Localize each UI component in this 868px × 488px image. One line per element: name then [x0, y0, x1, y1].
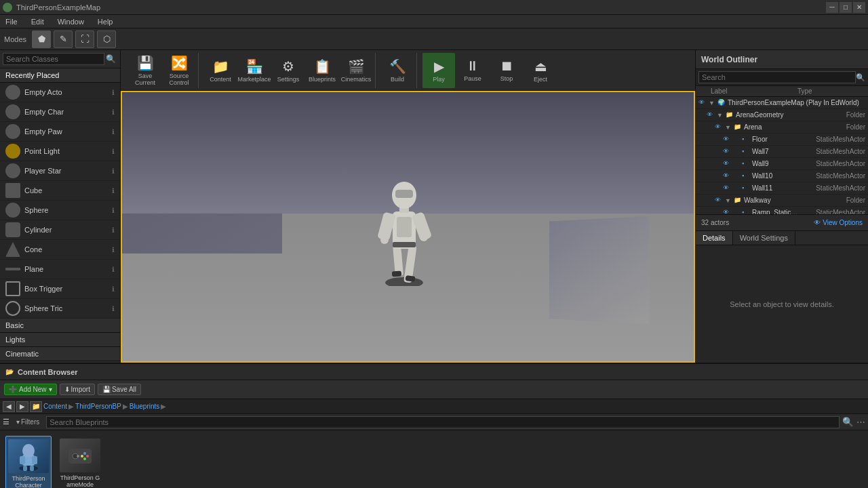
close-button[interactable]: ✕: [853, 2, 865, 13]
section-cinematic[interactable]: Cinematic: [0, 347, 120, 361]
cb-item-thirdperson-gamemode[interactable]: ThirdPerson GameMode: [57, 436, 103, 488]
mode-landscape[interactable]: ⛶: [75, 30, 94, 48]
wo-tree-item[interactable]: 👁 ▪ Wall9 StaticMeshActor: [696, 158, 868, 170]
menu-file[interactable]: File: [3, 18, 20, 26]
visibility-icon[interactable]: 👁: [707, 111, 715, 119]
build-button[interactable]: 🔨 Build: [381, 53, 414, 88]
filters-button[interactable]: ▾ Filters: [12, 417, 43, 427]
wo-tree-item[interactable]: 👁 ▪ Ramp_StaticMe... StaticMeshActor: [696, 207, 868, 214]
info-icon[interactable]: ℹ: [112, 226, 115, 234]
expand-icon[interactable]: ▼: [725, 197, 732, 204]
tab-world-settings[interactable]: World Settings: [733, 231, 795, 245]
visibility-icon[interactable]: 👁: [723, 160, 731, 168]
list-item[interactable]: Empty Paw ℹ: [0, 122, 120, 142]
wo-tree-item[interactable]: 👁 ▪ Wall11 StaticMeshActor: [696, 182, 868, 195]
wo-tree-item[interactable]: 👁 ▼ 📁 Walkway Folder: [696, 195, 868, 207]
view-options-button[interactable]: 👁 View Options: [814, 219, 863, 226]
info-icon[interactable]: ℹ: [112, 187, 115, 195]
content-button[interactable]: 📁 Content: [204, 53, 237, 88]
expand-icon[interactable]: ▼: [709, 100, 715, 106]
wo-search-input[interactable]: [698, 71, 856, 83]
info-icon[interactable]: ℹ: [112, 108, 115, 116]
section-recently-placed[interactable]: Recently Placed: [0, 68, 120, 83]
path-forward-button[interactable]: ▶: [16, 401, 28, 412]
visibility-icon[interactable]: 👁: [723, 136, 731, 144]
list-item[interactable]: Cube ℹ: [0, 181, 120, 201]
path-back-button[interactable]: ◀: [3, 401, 15, 412]
cb-search-input[interactable]: [46, 416, 840, 428]
breadcrumb-thirdpersonbp[interactable]: ThirdPersonBP: [75, 403, 121, 410]
import-button[interactable]: ⬇ Import: [60, 384, 95, 395]
info-icon[interactable]: ℹ: [112, 207, 115, 214]
breadcrumb-blueprints[interactable]: Blueprints: [130, 403, 159, 410]
wo-tree-item[interactable]: 👁 ▼ 📁 ArenaGeometry Folder: [696, 109, 868, 121]
list-item[interactable]: Point Light ℹ: [0, 142, 120, 161]
info-icon[interactable]: ℹ: [112, 246, 115, 253]
svg-rect-20: [30, 466, 34, 471]
menu-help[interactable]: Help: [95, 18, 116, 26]
list-item[interactable]: Empty Char ℹ: [0, 102, 120, 122]
info-icon[interactable]: ℹ: [112, 167, 115, 175]
blueprints-button[interactable]: 📋 Blueprints: [306, 53, 338, 88]
wo-search-icon[interactable]: 🔍: [856, 73, 865, 82]
info-icon[interactable]: ℹ: [112, 266, 115, 273]
wo-tree-item[interactable]: 👁 ▼ 🌍 ThirdPersonExampleMap (Play In EdW…: [696, 97, 868, 109]
search-icon[interactable]: 🔍: [104, 54, 117, 64]
save-current-button[interactable]: 💾 Save Current: [129, 53, 161, 88]
wo-tree-item[interactable]: 👁 ▪ Floor StaticMeshActor: [696, 134, 868, 146]
list-item[interactable]: Cone ℹ: [0, 240, 120, 260]
marketplace-button[interactable]: 🏪 Marketplace: [238, 53, 271, 88]
visibility-icon[interactable]: 👁: [698, 99, 707, 107]
visibility-icon[interactable]: 👁: [715, 197, 723, 205]
info-icon[interactable]: ℹ: [112, 128, 115, 136]
info-icon[interactable]: ℹ: [112, 305, 115, 312]
list-item[interactable]: Player Star ℹ: [0, 161, 120, 181]
cb-extra-button[interactable]: ⋯: [856, 417, 865, 427]
viewport[interactable]: [121, 91, 695, 363]
visibility-icon[interactable]: 👁: [715, 123, 723, 131]
cb-search-button[interactable]: 🔍: [842, 417, 854, 427]
save-all-button[interactable]: 💾 Save All: [98, 384, 141, 395]
menu-window[interactable]: Window: [55, 18, 87, 26]
minimize-button[interactable]: ─: [826, 2, 838, 13]
list-item[interactable]: Box Trigger ℹ: [0, 279, 120, 299]
mode-foliage[interactable]: ⬡: [97, 30, 116, 48]
cb-thumb-character: [8, 439, 49, 473]
tab-details[interactable]: Details: [696, 231, 733, 245]
list-item[interactable]: Sphere ℹ: [0, 201, 120, 220]
info-icon[interactable]: ℹ: [112, 148, 115, 155]
visibility-icon[interactable]: 👁: [723, 172, 731, 180]
visibility-icon[interactable]: 👁: [723, 148, 731, 156]
path-folder-button[interactable]: 📁: [30, 401, 42, 412]
mode-paint[interactable]: ✎: [54, 30, 73, 48]
wo-tree-item[interactable]: 👁 ▪ Wall10 StaticMeshActor: [696, 170, 868, 182]
list-item[interactable]: Empty Acto ℹ: [0, 83, 120, 102]
cb-item-thirdperson-character[interactable]: ThirdPerson Character: [5, 436, 52, 488]
cinematics-button[interactable]: 🎬 Cinematics: [340, 53, 372, 88]
visibility-icon[interactable]: 👁: [723, 184, 731, 192]
list-item[interactable]: Plane ℹ: [0, 260, 120, 279]
list-item[interactable]: Cylinder ℹ: [0, 220, 120, 240]
wo-tree-item[interactable]: 👁 ▪ Wall7 StaticMeshActor: [696, 146, 868, 158]
pause-button[interactable]: ⏸ Pause: [456, 53, 489, 88]
wo-tree-item[interactable]: 👁 ▼ 📁 Arena Folder: [696, 121, 868, 134]
maximize-button[interactable]: □: [840, 2, 852, 13]
eject-button[interactable]: ⏏ Eject: [524, 53, 557, 88]
menu-edit[interactable]: Edit: [28, 18, 47, 26]
settings-button[interactable]: ⚙ Settings: [272, 53, 304, 88]
mode-place[interactable]: ⬟: [32, 30, 51, 48]
breadcrumb-content[interactable]: Content: [43, 403, 67, 410]
info-icon[interactable]: ℹ: [112, 285, 115, 293]
source-control-button[interactable]: 🔀 Source Control: [163, 53, 195, 88]
section-lights[interactable]: Lights: [0, 333, 120, 347]
stop-button[interactable]: ⏹ Stop: [490, 53, 523, 88]
info-icon[interactable]: ℹ: [112, 89, 115, 96]
list-item[interactable]: Sphere Tric ℹ: [0, 299, 120, 319]
expand-icon[interactable]: ▼: [717, 112, 724, 119]
add-new-button[interactable]: ➕ Add New ▾: [4, 384, 57, 395]
expand-icon[interactable]: ▼: [725, 124, 732, 131]
section-basic[interactable]: Basic: [0, 319, 120, 333]
visibility-icon[interactable]: 👁: [723, 209, 731, 215]
search-input[interactable]: [3, 53, 104, 65]
play-button[interactable]: ▶ Play: [422, 53, 455, 88]
